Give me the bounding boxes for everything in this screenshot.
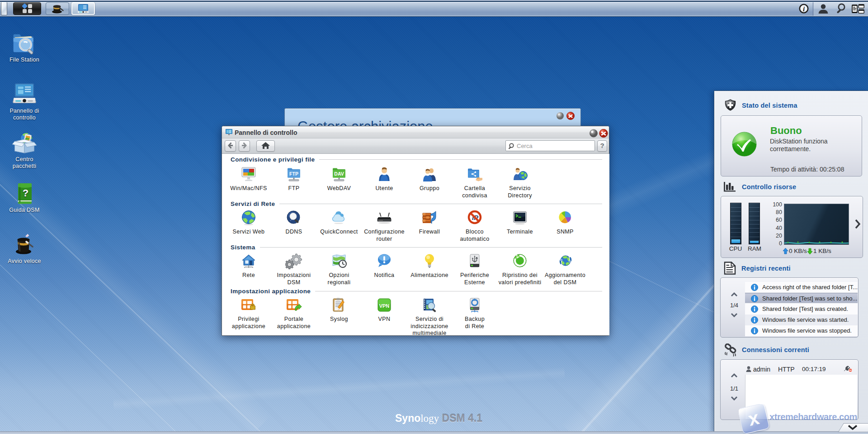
svg-text:VPN: VPN bbox=[379, 303, 390, 309]
svg-text:FTP: FTP bbox=[289, 171, 298, 176]
svg-text:DAV: DAV bbox=[334, 171, 344, 176]
svg-text:?: ? bbox=[23, 187, 29, 199]
